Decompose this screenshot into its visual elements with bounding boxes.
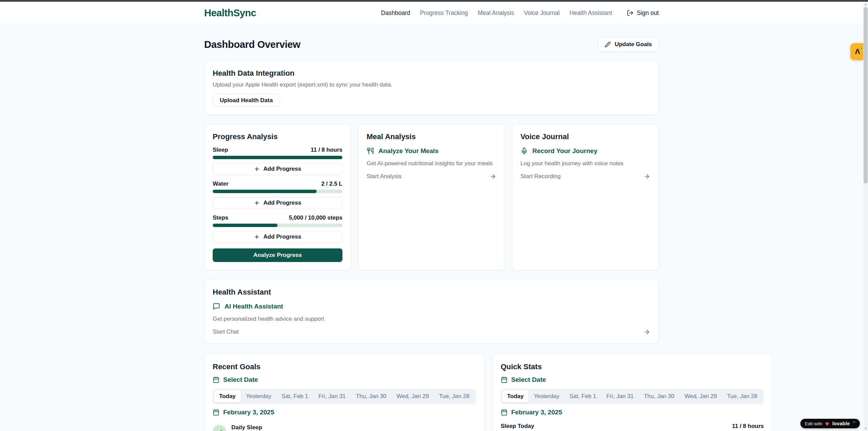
arrow-right-icon [643, 173, 650, 180]
goal-list-item: Daily Sleep 11 / 8 hours [213, 424, 476, 431]
goal-value: 2 / 2.5 L [321, 181, 342, 187]
integration-title: Health Data Integration [213, 69, 650, 78]
nav-voice-journal[interactable]: Voice Journal [524, 10, 560, 17]
plus-icon [254, 234, 260, 240]
dashboard-main: Dashboard Overview Update Goals Health D… [204, 37, 659, 431]
tab-fri-jan-31[interactable]: Fri, Jan 31 [601, 390, 639, 402]
voice-journal-title: Voice Journal [520, 132, 650, 141]
quick-stats-date-tabs: Today Yesterday Sat, Feb 1 Fri, Jan 31 T… [501, 389, 764, 404]
start-recording-action[interactable]: Start Recording [520, 173, 650, 180]
nav-dashboard[interactable]: Dashboard [381, 10, 410, 17]
tab-today[interactable]: Today [502, 390, 529, 402]
goal-label: Water [213, 181, 229, 187]
calendar-icon [501, 376, 508, 383]
plus-icon [254, 166, 260, 172]
edit-with-label: Edit with [805, 421, 822, 426]
nav-meal-analysis[interactable]: Meal Analysis [478, 10, 514, 17]
page-scrollbar[interactable]: ▲ ▼ [863, 2, 868, 431]
chat-bubble-icon [213, 303, 220, 310]
calendar-icon [213, 376, 219, 383]
tab-wed-jan-29[interactable]: Wed, Jan 29 [391, 390, 434, 402]
logout-icon [627, 10, 634, 16]
stat-value: 11 / 8 hours [732, 423, 764, 430]
start-analysis-action[interactable]: Start Analysis [367, 173, 496, 180]
recent-goals-card: Recent Goals Select Date Today Yesterday… [204, 354, 484, 431]
tab-fri-jan-31[interactable]: Fri, Jan 31 [313, 390, 351, 402]
add-progress-sleep-button[interactable]: Add Progress [213, 163, 342, 175]
start-chat-action[interactable]: Start Chat [213, 329, 650, 335]
edit-with-lovable-badge[interactable]: Edit with lovable × [800, 419, 860, 428]
lovable-lambda-icon: Λ [855, 47, 860, 56]
check-circle [213, 425, 226, 431]
assistant-description: Get personalized health advice and suppo… [213, 316, 650, 322]
scrollbar-thumb[interactable] [864, 7, 868, 184]
tab-tue-jan-28[interactable]: Tue, Jan 28 [434, 390, 474, 402]
goal-sleep: Sleep 11 / 8 hours Add Progress [213, 147, 342, 175]
feature-link-label: AI Health Assistant [225, 303, 283, 310]
scrollbar-down-arrow[interactable]: ▼ [863, 426, 868, 431]
analyze-progress-button[interactable]: Analyze Progress [213, 248, 342, 262]
top-navbar: HealthSync Dashboard Progress Tracking M… [0, 2, 868, 24]
meal-analysis-title: Meal Analysis [367, 132, 496, 141]
ai-health-assistant-link[interactable]: AI Health Assistant [213, 303, 650, 310]
goal-value: 11 / 8 hours [311, 147, 342, 153]
goal-steps: Steps 5,000 / 10,000 steps Add Progress [213, 214, 342, 243]
stat-label: Sleep Today [501, 423, 534, 430]
upload-health-data-button[interactable]: Upload Health Data [213, 94, 280, 107]
tab-thu-jan-30[interactable]: Thu, Jan 30 [351, 390, 392, 402]
goal-value: 5,000 / 10,000 steps [289, 214, 342, 221]
add-progress-water-button[interactable]: Add Progress [213, 197, 342, 209]
goal-water: Water 2 / 2.5 L Add Progress [213, 181, 342, 209]
tab-sat-feb-1[interactable]: Sat, Feb 1 [277, 390, 313, 402]
mic-icon [520, 147, 528, 155]
goal-label: Steps [213, 214, 228, 221]
voice-journal-card: Voice Journal Record Your Journey Log yo… [512, 124, 659, 270]
quick-stats-select-date[interactable]: Select Date [501, 376, 764, 383]
tab-thu-jan-30[interactable]: Thu, Jan 30 [639, 390, 679, 402]
quick-stats-card: Quick Stats Select Date Today Yesterday … [492, 354, 773, 431]
quick-stats-current-date[interactable]: February 3, 2025 [501, 409, 764, 416]
tab-yesterday[interactable]: Yesterday [241, 390, 277, 402]
recent-goals-select-date[interactable]: Select Date [213, 376, 476, 383]
health-assistant-title: Health Assistant [213, 288, 650, 297]
tab-tue-jan-28[interactable]: Tue, Jan 28 [722, 390, 762, 402]
calendar-icon [213, 409, 219, 416]
signout-button[interactable]: Sign out [627, 10, 659, 17]
update-goals-button[interactable]: Update Goals [598, 37, 659, 52]
lovable-brand-label: lovable [832, 421, 850, 426]
lovable-edit-fab[interactable]: Λ ’ [850, 43, 863, 60]
pencil-icon [605, 41, 611, 48]
steps-progress-bar [213, 224, 342, 227]
sleep-progress-bar [213, 156, 342, 159]
main-nav: Dashboard Progress Tracking Meal Analysi… [381, 10, 659, 17]
nav-progress-tracking[interactable]: Progress Tracking [420, 10, 468, 17]
goal-label: Sleep [213, 147, 228, 153]
feature-link-label: Record Your Journey [532, 147, 597, 155]
recent-goals-current-date[interactable]: February 3, 2025 [213, 409, 476, 416]
tab-sat-feb-1[interactable]: Sat, Feb 1 [564, 390, 601, 402]
quick-stats-title: Quick Stats [501, 362, 764, 371]
arrow-right-icon [490, 173, 496, 180]
record-your-journey-link[interactable]: Record Your Journey [520, 147, 650, 155]
feature-description: Get AI-powered nutritional insights for … [367, 160, 496, 167]
analyze-your-meals-link[interactable]: Analyze Your Meals [367, 147, 496, 155]
tab-today[interactable]: Today [214, 390, 241, 402]
nav-health-assistant[interactable]: Health Assistant [569, 10, 612, 17]
progress-analysis-card: Progress Analysis Sleep 11 / 8 hours Add… [204, 124, 351, 270]
recent-goals-title: Recent Goals [213, 362, 476, 371]
tab-yesterday[interactable]: Yesterday [529, 390, 564, 402]
health-data-integration-card: Health Data Integration Upload your Appl… [204, 60, 659, 115]
tab-wed-jan-29[interactable]: Wed, Jan 29 [679, 390, 722, 402]
progress-analysis-title: Progress Analysis [213, 132, 342, 141]
app-logo[interactable]: HealthSync [204, 7, 256, 19]
badge-close-icon[interactable]: × [853, 419, 855, 425]
scrollbar-up-arrow[interactable]: ▲ [863, 2, 868, 7]
feature-description: Log your health journey with voice notes [520, 160, 650, 167]
signout-label: Sign out [637, 10, 659, 17]
update-goals-label: Update Goals [615, 41, 652, 48]
goal-item-name: Daily Sleep [231, 424, 262, 431]
lovable-heart-icon [825, 421, 830, 426]
health-assistant-card: Health Assistant AI Health Assistant Get… [204, 279, 659, 344]
arrow-right-icon [643, 329, 650, 335]
add-progress-steps-button[interactable]: Add Progress [213, 231, 342, 243]
